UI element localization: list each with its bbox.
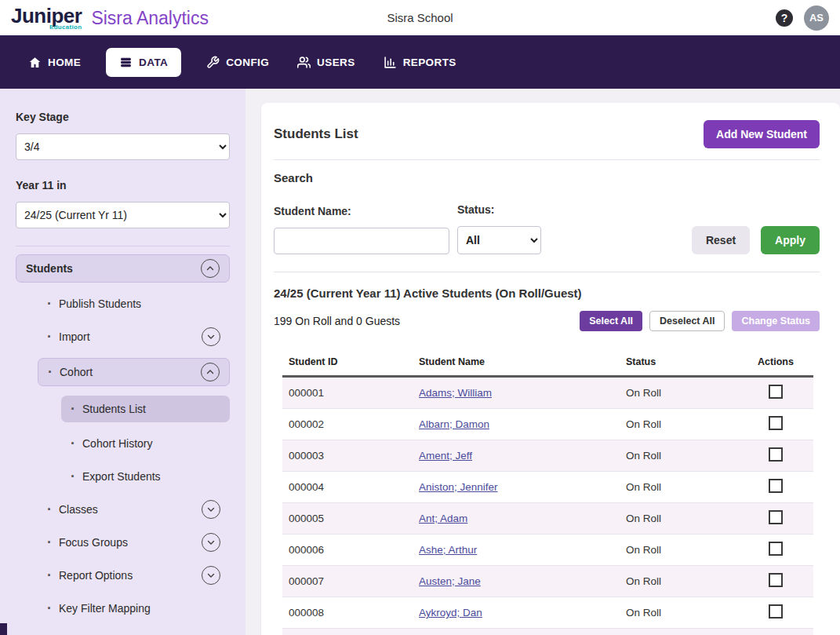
student-id-cell: 000002: [282, 409, 413, 440]
row-checkbox[interactable]: [769, 416, 783, 430]
table-row: 000006Ashe; ArthurOn Roll: [282, 535, 813, 566]
nav-item-config[interactable]: CONFIG: [203, 48, 272, 77]
home-icon: [28, 56, 42, 69]
row-checkbox[interactable]: [769, 447, 783, 462]
student-id-cell: 000009: [282, 629, 413, 635]
student-actions-cell: [738, 535, 813, 566]
students-table-wrap: Student ID Student Name Status Actions 0…: [282, 349, 813, 635]
column-header-actions: Actions: [738, 349, 813, 377]
sidebar-item-cohort[interactable]: Cohort: [38, 358, 230, 386]
avatar[interactable]: AS: [804, 5, 829, 31]
status-select[interactable]: All: [457, 226, 541, 254]
app-root: Juniper Education Sisra Analytics Sisra …: [0, 0, 840, 635]
change-status-button[interactable]: Change Status: [732, 311, 820, 331]
status-field: Status: All: [457, 203, 541, 254]
divider: [274, 272, 820, 272]
sidebar-item-classes[interactable]: Classes: [38, 498, 230, 521]
student-actions-cell: [738, 440, 813, 472]
nav-item-label: REPORTS: [403, 57, 456, 68]
sidebar-item-key-filter-mapping[interactable]: Key Filter Mapping: [38, 597, 230, 620]
student-actions-cell: [738, 472, 813, 503]
sidebar-item-label: Report Options: [59, 569, 133, 582]
sidebar-item-publish-students[interactable]: Publish Students: [38, 292, 230, 316]
row-checkbox[interactable]: [769, 573, 783, 587]
students-table-body: 000001Adams; WilliamOn Roll000002Albarn;…: [282, 377, 813, 635]
row-checkbox[interactable]: [769, 542, 783, 556]
search-heading: Search: [274, 171, 820, 184]
student-actions-cell: [738, 597, 813, 629]
column-header-student-name: Student Name: [413, 349, 620, 377]
sidebar-item-students-list[interactable]: Students List: [61, 396, 230, 422]
sidebar-item-label: Export Students: [82, 470, 161, 483]
page-title: Students List: [274, 126, 358, 142]
users-icon: [297, 56, 311, 69]
sidebar-item-cohort-history[interactable]: Cohort History: [61, 432, 230, 455]
table-row: 000004Aniston; JenniferOn Roll: [282, 472, 813, 503]
row-checkbox[interactable]: [769, 385, 783, 399]
reports-icon: [384, 56, 397, 69]
sidebar-item-students[interactable]: Students: [16, 254, 230, 283]
student-name-link[interactable]: Ament; Jeff: [419, 450, 472, 462]
student-name-link[interactable]: Aykroyd; Dan: [419, 607, 482, 619]
student-name-cell: Aniston; Jennifer: [413, 472, 620, 503]
student-name-link[interactable]: Albarn; Damon: [419, 418, 489, 430]
search-actions: Reset Apply: [692, 226, 820, 254]
chevron-up-icon[interactable]: [201, 363, 220, 381]
nav-item-reports[interactable]: REPORTS: [380, 48, 460, 77]
student-name-cell: Austen; Jane: [413, 566, 620, 597]
table-row: 000008Aykroyd; DanOn Roll: [282, 597, 813, 629]
card-header: Students List Add New Student: [274, 120, 820, 148]
student-name-link[interactable]: Austen; Jane: [419, 575, 481, 587]
student-actions-cell: [738, 629, 813, 635]
nav-item-home[interactable]: HOME: [25, 48, 84, 77]
sidebar-item-focus-groups[interactable]: Focus Groups: [38, 531, 230, 554]
sidebar-item-report-options[interactable]: Report Options: [38, 564, 230, 587]
student-name-link[interactable]: Ant; Adam: [419, 513, 467, 524]
student-name-cell: Albarn; Damon: [413, 409, 620, 440]
student-name-link[interactable]: Adams; William: [419, 387, 492, 399]
chevron-down-icon[interactable]: [202, 500, 220, 519]
student-name-link[interactable]: Aniston; Jennifer: [419, 481, 498, 493]
student-name-label: Student Name:: [274, 205, 449, 217]
divider: [274, 159, 820, 160]
chevron-down-icon[interactable]: [202, 327, 220, 346]
nav-item-data[interactable]: DATA: [106, 48, 181, 77]
nav-item-label: DATA: [139, 57, 168, 68]
key-stage-label: Key Stage: [16, 111, 230, 123]
student-id-cell: 000006: [282, 535, 413, 566]
deselect-all-button[interactable]: Deselect All: [649, 311, 725, 331]
student-status-cell: On Roll: [620, 597, 738, 629]
select-all-button[interactable]: Select All: [580, 311, 642, 331]
nav-item-label: USERS: [317, 57, 355, 68]
student-actions-cell: [738, 377, 813, 409]
row-checkbox[interactable]: [769, 604, 783, 619]
student-actions-cell: [738, 503, 813, 535]
nav-item-label: HOME: [48, 57, 81, 68]
topbar-right: ? AS: [776, 5, 829, 31]
table-row: 000007Austen; JaneOn Roll: [282, 566, 813, 597]
chevron-down-icon[interactable]: [202, 566, 220, 585]
key-stage-select[interactable]: 3/4: [16, 133, 230, 160]
student-name-input[interactable]: [274, 228, 449, 254]
table-row: 000003Ament; JeffOn Roll: [282, 440, 813, 472]
nav-item-users[interactable]: USERS: [294, 48, 358, 77]
chevron-down-icon[interactable]: [202, 533, 220, 552]
logo-brand-text: Juniper: [11, 5, 82, 26]
student-actions-cell: [738, 409, 813, 440]
row-checkbox[interactable]: [769, 479, 783, 493]
row-checkbox[interactable]: [769, 510, 783, 524]
students-list-card: Students List Add New Student Search Stu…: [261, 103, 840, 635]
add-new-student-button[interactable]: Add New Student: [704, 120, 820, 148]
reset-button[interactable]: Reset: [692, 226, 750, 254]
student-name-cell: Ashe; Arthur: [413, 535, 620, 566]
sidebar-item-import[interactable]: Import: [38, 325, 230, 349]
sidebar-item-export-students[interactable]: Export Students: [61, 465, 230, 488]
school-name: Sisra School: [387, 11, 453, 24]
student-name-link[interactable]: Ashe; Arthur: [419, 544, 477, 556]
apply-button[interactable]: Apply: [761, 226, 820, 254]
chevron-up-icon[interactable]: [201, 259, 220, 278]
help-icon[interactable]: ?: [776, 9, 793, 27]
year-select[interactable]: 24/25 (Current Yr 11): [16, 202, 230, 228]
student-id-cell: 000005: [282, 503, 413, 535]
main-content: Students List Add New Student Search Stu…: [245, 89, 840, 635]
